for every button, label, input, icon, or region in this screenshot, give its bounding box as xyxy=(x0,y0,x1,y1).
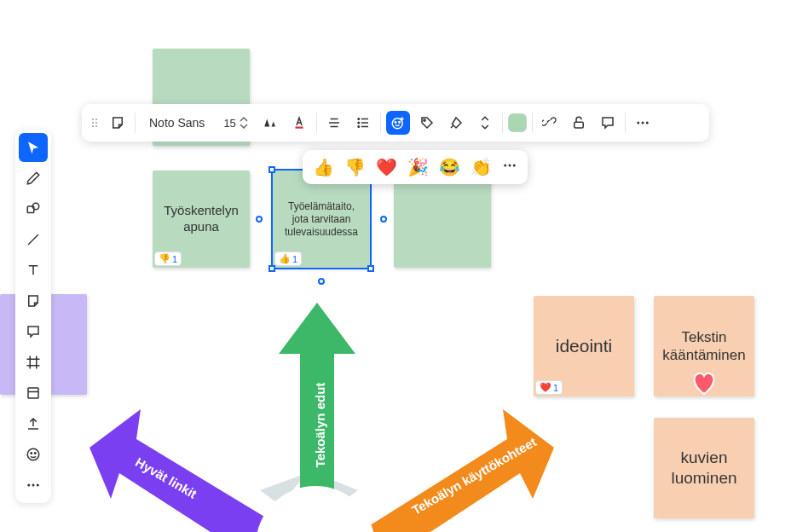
separator xyxy=(502,113,503,133)
emoji-thumbs-up[interactable]: 👍 xyxy=(313,157,334,177)
select-tool[interactable] xyxy=(19,133,48,162)
connection-handle[interactable] xyxy=(256,216,263,223)
svg-rect-20 xyxy=(295,127,303,129)
connection-handle[interactable] xyxy=(380,216,387,223)
lock-icon[interactable] xyxy=(567,111,591,135)
heart-icon: ❤️ xyxy=(540,382,551,393)
font-size-selector[interactable]: 15 xyxy=(218,117,252,130)
frame-tool[interactable] xyxy=(19,348,48,377)
svg-point-27 xyxy=(358,119,360,120)
link-icon[interactable] xyxy=(538,111,562,135)
note-text: Työelämätaito, jota tarvitaan tulevaisuu… xyxy=(280,200,363,239)
svg-point-35 xyxy=(424,119,425,121)
diagram-arrow-purple[interactable] xyxy=(81,405,294,532)
emoji-thumbs-down[interactable]: 👎 xyxy=(344,157,366,177)
arrow-label: Tekoälyn edut xyxy=(313,379,327,472)
svg-marker-2 xyxy=(89,409,277,532)
svg-point-31 xyxy=(395,122,396,124)
text-color-icon[interactable] xyxy=(287,111,311,135)
reaction-picker: 👍 👎 ❤️ 🎉 😂 👏 xyxy=(303,150,528,184)
reaction-badge[interactable]: 👎 1 xyxy=(154,252,182,266)
svg-marker-4 xyxy=(358,409,554,532)
svg-point-15 xyxy=(31,453,32,454)
separator xyxy=(625,113,626,133)
sticky-note[interactable]: ideointi ❤️ 1 xyxy=(534,296,634,396)
comment-tool[interactable] xyxy=(19,317,48,346)
reaction-count: 1 xyxy=(172,254,177,264)
svg-point-41 xyxy=(509,164,511,166)
emoji-clap[interactable]: 👏 xyxy=(471,157,492,177)
emoji-party[interactable]: 🎉 xyxy=(407,157,429,177)
text-size-icon[interactable] xyxy=(258,111,282,135)
sticky-note-tool[interactable] xyxy=(19,286,48,315)
svg-point-29 xyxy=(358,126,360,128)
shape-tool[interactable] xyxy=(19,194,48,223)
svg-point-18 xyxy=(32,484,35,487)
selection-handle[interactable] xyxy=(268,265,275,272)
emoji-tool[interactable] xyxy=(19,440,48,469)
svg-line-7 xyxy=(28,234,38,245)
highlight-icon[interactable] xyxy=(444,111,468,135)
sticky-note[interactable]: Työskentelyn apuna 👎 1 xyxy=(153,171,250,268)
list-icon[interactable] xyxy=(351,111,375,135)
svg-point-14 xyxy=(27,448,39,460)
sticky-note[interactable]: kuvien luominen xyxy=(654,418,754,518)
note-icon[interactable] xyxy=(106,111,130,135)
upload-tool[interactable] xyxy=(19,409,48,438)
svg-point-39 xyxy=(646,122,649,124)
svg-point-37 xyxy=(637,122,639,124)
line-tool[interactable] xyxy=(19,225,48,254)
separator xyxy=(532,113,533,133)
selection-handle[interactable] xyxy=(268,166,275,173)
emoji-heart[interactable]: ❤️ xyxy=(376,157,397,177)
svg-rect-12 xyxy=(28,388,38,398)
sticky-note[interactable]: Tekstin kääntäminen xyxy=(654,296,754,396)
pen-tool[interactable] xyxy=(19,164,48,193)
fill-color-swatch[interactable] xyxy=(508,113,527,132)
diagram-arrow-orange[interactable] xyxy=(341,405,563,532)
separator xyxy=(316,113,317,133)
heart-sticker[interactable] xyxy=(690,370,718,402)
selection-handle[interactable] xyxy=(367,265,374,272)
svg-point-42 xyxy=(513,164,516,166)
svg-point-38 xyxy=(641,122,644,124)
svg-point-16 xyxy=(35,453,37,454)
emoji-laugh[interactable]: 😂 xyxy=(439,157,460,177)
svg-point-28 xyxy=(358,122,360,124)
add-reaction-button[interactable] xyxy=(386,111,410,135)
reaction-badge[interactable]: ❤️ 1 xyxy=(535,380,563,395)
context-toolbar: Noto Sans 15 xyxy=(82,104,709,142)
separator xyxy=(135,113,136,133)
separator xyxy=(380,113,381,133)
order-icon[interactable] xyxy=(473,111,497,135)
template-tool[interactable] xyxy=(19,379,48,408)
font-size-stepper[interactable] xyxy=(240,117,248,129)
note-text: kuvien luominen xyxy=(661,448,748,489)
font-size-value: 15 xyxy=(223,117,235,130)
drag-handle[interactable] xyxy=(89,119,101,127)
svg-point-32 xyxy=(399,122,401,124)
svg-point-40 xyxy=(504,164,506,166)
more-emojis[interactable] xyxy=(502,158,517,177)
note-text: Työskentelyn apuna xyxy=(159,203,243,235)
more-options[interactable] xyxy=(631,111,655,135)
svg-rect-36 xyxy=(574,122,584,128)
svg-point-19 xyxy=(37,484,39,487)
thumbs-down-icon: 👎 xyxy=(159,253,170,264)
reaction-count: 1 xyxy=(553,383,558,393)
sticky-note-selected[interactable]: Työelämätaito, jota tarvitaan tulevaisuu… xyxy=(273,171,370,268)
comment-icon[interactable] xyxy=(596,111,620,135)
more-tools[interactable] xyxy=(19,471,48,500)
reaction-badge[interactable]: 👍 1 xyxy=(274,252,302,266)
font-family-selector[interactable]: Noto Sans xyxy=(141,116,213,130)
sticky-note[interactable] xyxy=(394,171,491,268)
svg-point-17 xyxy=(27,484,30,487)
align-icon[interactable] xyxy=(322,111,346,135)
text-tool[interactable] xyxy=(19,256,48,285)
note-text: Tekstin kääntäminen xyxy=(661,328,748,365)
thumbs-up-icon: 👍 xyxy=(279,253,291,264)
svg-point-30 xyxy=(392,119,402,129)
tag-icon[interactable] xyxy=(415,111,439,135)
connection-handle[interactable] xyxy=(318,278,325,285)
note-text: ideointi xyxy=(556,335,613,357)
